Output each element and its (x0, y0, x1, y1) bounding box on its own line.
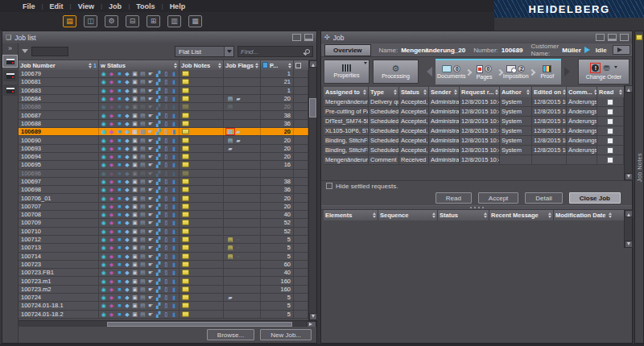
column-header-edited-on[interactable]: Edited on (532, 87, 567, 97)
column-header-modification-date[interactable]: Modification Date (554, 210, 613, 220)
column-header-type[interactable]: Type (369, 87, 399, 97)
column-header-pages[interactable]: P... (261, 60, 294, 70)
job-note-icon[interactable] (182, 212, 189, 217)
menu-tools[interactable]: Tools (130, 2, 161, 10)
job-note-icon[interactable] (182, 88, 189, 93)
scroll-up-icon[interactable] (625, 85, 633, 93)
job-notes-side-tab[interactable]: Job Notes (634, 31, 644, 344)
scroll-thumb[interactable] (309, 98, 316, 117)
sort-icon[interactable] (432, 211, 436, 220)
step-processing[interactable]: ⚙ Processing (373, 60, 419, 84)
job-row[interactable]: 100724.01-18.1◉◈■◆▣▤☛▞▯▮5 (19, 302, 308, 310)
read-checkbox[interactable] (607, 147, 613, 154)
job-row[interactable]: 100724.01-18.2◉◈■◆▣▤☛▞▯▮5 (19, 311, 308, 319)
menu-file[interactable]: File (16, 2, 42, 10)
read-checkbox[interactable] (607, 109, 613, 115)
job-note-icon[interactable] (182, 295, 189, 300)
read-checkbox[interactable] (607, 157, 613, 163)
job-note-icon[interactable] (182, 138, 189, 143)
column-header-author[interactable]: Author (500, 87, 532, 97)
job-note-icon[interactable] (182, 229, 189, 234)
job-note-icon[interactable] (182, 270, 189, 275)
scroll-down-icon[interactable] (625, 241, 633, 248)
column-header-status[interactable]: w Status (99, 60, 180, 70)
hscroll-thumb[interactable] (107, 322, 292, 327)
request-row[interactable]: Binding, StitchFinisScheduledAccepted, w… (324, 136, 624, 146)
job-note-icon[interactable] (182, 146, 189, 151)
job-note-icon[interactable] (182, 311, 189, 317)
steps-scroll-left-icon[interactable] (422, 67, 432, 76)
tab-overview[interactable]: Overview (324, 44, 371, 56)
job-note-icon[interactable] (182, 154, 189, 159)
job-row[interactable]: 100723.m2◉◈■◆▣▤☛▞▯▮160 (19, 286, 308, 294)
column-header-assigned-to[interactable]: Assigned to (324, 87, 369, 97)
view-mode-select[interactable]: Flat List (175, 46, 234, 57)
job-row[interactable]: 100723.FB1◉◈■◆▣▤☛▞▯▮40 (19, 269, 308, 277)
job-note-icon[interactable] (182, 187, 189, 192)
column-header-status[interactable]: Status (399, 87, 429, 97)
read-checkbox[interactable] (607, 99, 613, 105)
menu-edit[interactable]: Edit (43, 2, 70, 10)
step-pages[interactable]: 0Pages (472, 60, 496, 84)
job-row[interactable]: 100714◉◈■◆▣▤☛▞▯▮▤▪5 (19, 253, 308, 261)
sort-icon[interactable] (373, 211, 376, 220)
expand-strip-icon[interactable]: » (8, 45, 12, 52)
job-note-icon[interactable] (182, 253, 189, 259)
sort-icon[interactable] (594, 88, 597, 97)
import-icon[interactable]: ⊞ (147, 15, 160, 27)
sort-icon[interactable] (484, 211, 487, 220)
job-note-icon[interactable] (182, 278, 189, 284)
detach-panel-icon[interactable] (620, 34, 629, 41)
job-row[interactable]: 100724◉◈■◆▣▤☛▞▯▮▰5 (19, 294, 308, 302)
sort-icon[interactable] (218, 61, 221, 70)
device-filter-press1[interactable] (3, 70, 17, 81)
read-button[interactable]: Read (436, 192, 472, 204)
filter-input[interactable] (31, 47, 68, 56)
job-note-icon[interactable] (182, 104, 189, 109)
sort-icon[interactable] (394, 88, 397, 97)
job-note-icon[interactable] (182, 303, 189, 308)
sort-icon[interactable] (288, 61, 291, 70)
sort-icon[interactable] (563, 88, 566, 97)
report-icon[interactable]: ▦ (188, 15, 202, 27)
archive-icon[interactable]: ⊟ (126, 15, 139, 27)
menu-help[interactable]: Help (163, 2, 192, 10)
elements-table-vscrollbar[interactable] (624, 210, 632, 248)
job-row[interactable]: 100697◉◈■◆▣▤☛▞▯▮38 (19, 178, 308, 186)
document-icon[interactable]: ▥ (167, 15, 181, 27)
new-job-icon[interactable]: ▤ (63, 15, 76, 27)
job-row[interactable]: 100712◉◈■◆▣▤☛▞▯▮▤▪5 (19, 236, 308, 244)
sort-icon[interactable] (619, 88, 622, 97)
menu-view[interactable]: View (72, 2, 101, 10)
column-header-job-flags[interactable]: Job Flags (224, 60, 261, 70)
job-note-icon[interactable] (182, 237, 189, 242)
steps-scroll-right-icon[interactable] (564, 67, 575, 76)
column-header-read[interactable]: Read (597, 87, 624, 97)
job-note-icon[interactable] (182, 71, 189, 76)
job-row[interactable]: 100686◉◈■◆▣▤☛▞▯▮▤20 (19, 103, 308, 111)
job-row[interactable]: 100687◉◈■◆▣▤☛▞▯▮38 (19, 111, 308, 119)
job-row[interactable]: 100696◉◈■◆▣▤☛▞▯▮ (19, 170, 308, 178)
job-row[interactable]: 100698◉◈■◆▣▤☛▞▯▮36 (19, 186, 308, 194)
scroll-up-icon[interactable] (309, 60, 317, 68)
job-row[interactable]: 100708◉◈■◆▣▤☛▞▯▮40 (19, 211, 308, 219)
sort-icon[interactable] (454, 88, 457, 97)
step-change-order[interactable]: ! ⛃ Change Order (578, 59, 630, 84)
new-job-button[interactable]: New Job... (260, 329, 312, 340)
request-row[interactable]: Binding, StitchFinisScheduledAccepted, w… (324, 146, 624, 155)
job-row[interactable]: 100693◉◈■◆▣▤☛▞▯▮▰20 (19, 145, 308, 153)
collapse-panel-icon[interactable] (596, 34, 605, 41)
sort-icon[interactable] (609, 211, 612, 220)
column-header-sender[interactable]: Sender (429, 87, 460, 97)
filter-funnel-icon[interactable] (22, 49, 28, 56)
dropdown-button[interactable] (224, 47, 233, 56)
job-note-icon[interactable] (182, 196, 189, 201)
column-header-misc[interactable] (294, 60, 308, 70)
close-job-button[interactable]: Close Job (569, 192, 621, 204)
sort-icon[interactable] (526, 88, 530, 97)
request-row[interactable]: Mengenänderung_CommentReceivedAdministra… (324, 155, 624, 165)
job-settings-icon[interactable]: ⚙ (105, 15, 118, 27)
job-row[interactable]: 100707◉◈■◆▣▤☛▞▯▮20 (19, 203, 308, 211)
menu-job[interactable]: Job (102, 2, 128, 10)
job-list-header[interactable]: ❏ Job list (2, 31, 316, 43)
